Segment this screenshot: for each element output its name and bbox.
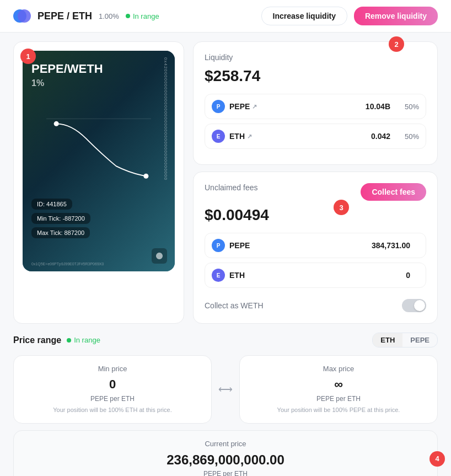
- min-price-label: Min price: [23, 365, 202, 373]
- main-content: 1 0x420000000000000000000000000000000000…: [0, 33, 451, 333]
- pepe-token-icon: P: [212, 100, 225, 113]
- fee-badge: 1.00%: [99, 12, 119, 20]
- max-price-value: ∞: [249, 377, 428, 392]
- eth-fees-icon: E: [212, 269, 225, 282]
- nft-info-boxes: ID: 441865 Min Tick: -887200 Max Tick: 8…: [31, 199, 166, 238]
- nft-curve-area: [31, 105, 166, 188]
- price-section-header: Price range In range ETH PEPE: [13, 333, 438, 347]
- price-range-dot-icon: [67, 338, 71, 343]
- right-panel: 2 Liquidity $258.74 P PEPE ↗ 10.04B 50% …: [193, 41, 438, 324]
- collect-weth-row: Collect as WETH: [205, 292, 426, 312]
- min-price-card: Min price 0 PEPE per ETH Your position w…: [13, 355, 212, 424]
- max-price-label: Max price: [249, 365, 428, 373]
- svg-point-3: [54, 121, 59, 126]
- min-price-unit: PEPE per ETH: [23, 395, 202, 403]
- eth-liquidity-amount: 0.042: [371, 132, 390, 141]
- max-price-card: Max price ∞ PEPE per ETH Your position w…: [239, 355, 438, 424]
- collect-weth-label: Collect as WETH: [205, 301, 264, 310]
- fees-header: Unclaimed fees Collect fees: [205, 183, 426, 201]
- nft-max-tick-box: Max Tick: 887200: [31, 227, 90, 238]
- eth-liquidity-row: E ETH ↗ 0.042 50%: [205, 124, 426, 149]
- svg-point-1: [18, 9, 31, 23]
- max-price-note: Your position will be 100% PEPE at this …: [249, 406, 428, 414]
- swap-icon-container: ⟷: [218, 383, 233, 395]
- nft-card: 0x42000000000000000000000000000000000000…: [23, 51, 175, 271]
- swap-arrow-icon: ⟷: [218, 384, 233, 395]
- fees-title: Unclaimed fees: [205, 183, 258, 192]
- liquidity-amount: $258.74: [205, 67, 426, 85]
- eth-fees-row: E ETH 0: [205, 263, 426, 288]
- step-badge-3: 3: [334, 200, 349, 215]
- pepe-fees-row: P PEPE 384,731.00: [205, 233, 426, 258]
- current-price-value: 236,869,000,000.00: [23, 452, 428, 468]
- pepe-fees-icon: P: [212, 239, 225, 252]
- nft-pair-name: PEPE/WETH: [31, 62, 166, 76]
- current-price-unit: PEPE per ETH: [23, 470, 428, 476]
- step-badge-4: 4: [429, 451, 445, 467]
- header: PEPE / ETH 1.00% In range Increase liqui…: [0, 0, 451, 33]
- eth-switch-button[interactable]: ETH: [373, 333, 402, 347]
- max-price-unit: PEPE per ETH: [249, 395, 428, 403]
- pepe-fees-name: PEPE: [229, 241, 372, 250]
- nft-curve-svg: [31, 105, 166, 188]
- eth-fees-name: ETH: [229, 271, 406, 280]
- pair-title: PEPE / ETH: [37, 10, 92, 22]
- nft-bottom-address: 0x1Q5E=e06PTp9J99E0TJF#5R3P069X0: [31, 262, 104, 266]
- min-price-note: Your position will be 100% ETH at this p…: [23, 406, 202, 414]
- increase-liquidity-button[interactable]: Increase liquidity: [261, 7, 347, 25]
- eth-arrow-icon: ↗: [247, 133, 252, 140]
- min-price-value: 0: [23, 377, 202, 392]
- liquidity-title: Liquidity: [205, 53, 426, 62]
- range-status-badge: In range: [126, 12, 159, 20]
- liquidity-card: 2 Liquidity $258.74 P PEPE ↗ 10.04B 50% …: [193, 41, 438, 165]
- pepe-arrow-icon: ↗: [252, 103, 257, 110]
- eth-token-name: ETH ↗: [229, 132, 371, 141]
- price-range-title: Price range: [13, 335, 61, 345]
- price-range-section: Price range In range ETH PEPE Min price …: [0, 333, 451, 476]
- svg-point-4: [143, 174, 148, 179]
- header-actions: Increase liquidity Remove liquidity: [261, 7, 438, 25]
- remove-liquidity-button[interactable]: Remove liquidity: [354, 7, 438, 25]
- pepe-fees-amount: 384,731.00: [372, 241, 410, 250]
- nft-min-tick-box: Min Tick: -887200: [31, 213, 90, 224]
- fees-card: 3 Unclaimed fees Collect fees $0.00494 P…: [193, 172, 438, 324]
- pepe-token-name: PEPE ↗: [229, 102, 366, 111]
- eth-fees-amount: 0: [406, 271, 410, 280]
- nft-content: PEPE/WETH 1% ID: 441865: [31, 62, 166, 238]
- token-switcher: ETH PEPE: [372, 333, 438, 347]
- pepe-liquidity-amount: 10.04B: [366, 102, 390, 111]
- eth-token-icon: E: [212, 130, 225, 143]
- price-cards: Min price 0 PEPE per ETH Your position w…: [13, 355, 438, 424]
- eth-liquidity-pct: 50%: [399, 132, 419, 141]
- collect-weth-toggle[interactable]: [402, 299, 426, 312]
- range-dot-icon: [126, 14, 130, 18]
- pepe-liquidity-pct: 50%: [399, 103, 419, 111]
- fees-amount: $0.00494: [205, 206, 426, 224]
- current-price-label: Current price: [23, 440, 428, 448]
- step-badge-1: 1: [20, 49, 36, 64]
- nft-id-box: ID: 441865: [31, 199, 72, 210]
- nft-card-container: 1 0x420000000000000000000000000000000000…: [13, 41, 184, 324]
- price-range-status: In range: [67, 336, 100, 344]
- nft-uniswap-icon: [152, 248, 167, 264]
- pepe-eth-logo-icon: [13, 7, 31, 25]
- step-badge-2: 2: [389, 36, 404, 52]
- nft-fee: 1%: [31, 78, 166, 88]
- price-section-left: Price range In range: [13, 335, 100, 345]
- collect-fees-button[interactable]: Collect fees: [361, 183, 426, 201]
- pepe-liquidity-row: P PEPE ↗ 10.04B 50%: [205, 94, 426, 119]
- pepe-switch-button[interactable]: PEPE: [402, 333, 437, 347]
- current-price-card: 4 Current price 236,869,000,000.00 PEPE …: [13, 430, 438, 476]
